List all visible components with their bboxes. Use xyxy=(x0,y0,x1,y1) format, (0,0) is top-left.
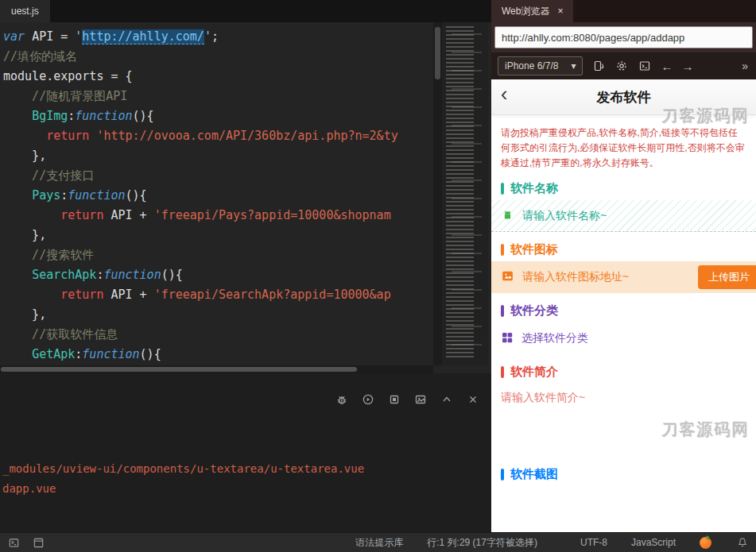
code-area[interactable]: var API = 'http://ahlly.com/';//填你的域名mod… xyxy=(3,27,433,369)
mobile-preview: ‹ 发布软件 刀客源码网 刀客源码网 请勿投稿严重侵权产品,软件名称,简介,链接… xyxy=(491,79,756,532)
nav-back-button[interactable]: ‹ xyxy=(501,83,507,106)
section-label: 软件截图 xyxy=(510,467,558,482)
code-line[interactable]: SearchApk:function(){ xyxy=(3,265,433,285)
section-title-category: 软件分类 xyxy=(491,303,756,318)
category-picker[interactable]: 选择软件分类 xyxy=(491,322,756,354)
orange-logo-icon[interactable] xyxy=(700,537,711,549)
console-window-icon[interactable] xyxy=(638,59,652,73)
editor-pane: uest.js var API = 'http://ahlly.com/';//… xyxy=(0,0,491,532)
code-line[interactable]: return API + 'freeapi/SearchApk?appid=10… xyxy=(3,285,433,305)
ide-window: uest.js var API = 'http://ahlly.com/';//… xyxy=(0,0,756,552)
section-bar xyxy=(501,366,504,378)
encoding-status[interactable]: UTF-8 xyxy=(580,537,607,548)
overflow-menu-icon[interactable]: » xyxy=(742,60,750,72)
scrollbar-thumb[interactable] xyxy=(435,27,440,79)
category-placeholder: 选择软件分类 xyxy=(521,331,588,345)
browser-tabbar: Web浏览器 × xyxy=(491,0,756,22)
icon-url-input[interactable]: 请输入软件图标地址~ 上传图片 xyxy=(491,261,756,293)
forward-arrow-icon[interactable]: → xyxy=(681,60,693,73)
debug-icon[interactable] xyxy=(335,392,349,407)
editor-tabbar: uest.js xyxy=(0,0,491,22)
chevron-down-icon: ▾ xyxy=(571,60,576,71)
language-mode-status[interactable]: JavaScript xyxy=(631,537,676,548)
section-title-screenshot: 软件截图 xyxy=(491,467,756,482)
run-icon[interactable] xyxy=(361,392,375,407)
url-input[interactable] xyxy=(494,26,753,48)
code-line[interactable]: module.exports = { xyxy=(3,67,433,87)
panel-layout-icon[interactable] xyxy=(32,536,45,550)
cursor-position-status[interactable]: 行:1 列:29 (17字符被选择) xyxy=(427,536,537,550)
intro-textarea[interactable]: 请输入软件简介~ xyxy=(491,384,756,457)
browser-devicebar: iPhone 6/7/8 ▾ ← → » xyxy=(491,52,756,79)
code-line[interactable]: //随机背景图API xyxy=(3,87,433,106)
app-name-input[interactable]: 请输入软件名称~ xyxy=(491,200,756,232)
code-line[interactable]: GetApk:function(){ xyxy=(3,345,433,365)
browser-pane: Web浏览器 × iPhone 6/7/8 ▾ ← → » xyxy=(491,0,756,532)
grid-icon xyxy=(501,331,514,346)
warning-text: 请勿投稿严重侵权产品,软件名称,简介,链接等不得包括任何形式的引流行为,必须保证… xyxy=(501,125,746,171)
device-selector[interactable]: iPhone 6/7/8 ▾ xyxy=(498,56,583,75)
section-label: 软件分类 xyxy=(510,303,558,318)
minimap[interactable] xyxy=(442,22,488,365)
section-label: 软件简介 xyxy=(510,365,558,380)
syntax-library-status[interactable]: 语法提示库 xyxy=(355,536,403,550)
screenshot-icon[interactable] xyxy=(413,392,428,407)
upload-image-button[interactable]: 上传图片 xyxy=(698,265,756,289)
page-title: 发布软件 xyxy=(597,88,651,106)
code-line[interactable]: //获取软件信息 xyxy=(3,325,433,345)
gear-icon[interactable] xyxy=(614,59,629,73)
section-title-name: 软件名称 xyxy=(491,181,756,196)
code-line[interactable]: }, xyxy=(3,226,433,245)
close-icon[interactable]: × xyxy=(557,6,563,17)
tab-request-js[interactable]: uest.js xyxy=(0,0,50,22)
section-bar xyxy=(501,305,504,317)
horizontal-scrollbar[interactable] xyxy=(0,365,433,373)
bell-icon[interactable] xyxy=(735,536,749,550)
tab-label: Web浏览器 xyxy=(502,5,549,18)
code-line[interactable]: var API = 'http://ahlly.com/'; xyxy=(3,27,433,47)
tab-web-browser[interactable]: Web浏览器 × xyxy=(491,0,573,22)
console-output[interactable]: _modules/uview-ui/components/u-textarea/… xyxy=(0,413,491,532)
code-line[interactable]: }, xyxy=(3,146,433,166)
image-icon xyxy=(501,269,514,285)
rotate-device-icon[interactable] xyxy=(591,59,606,73)
name-placeholder: 请输入软件名称~ xyxy=(522,209,607,223)
section-bar xyxy=(501,244,504,256)
code-line[interactable]: //支付接口 xyxy=(3,166,433,186)
android-icon xyxy=(501,208,514,224)
terminal-icon[interactable] xyxy=(7,536,21,550)
code-line[interactable]: BgImg:function(){ xyxy=(3,106,433,126)
code-editor[interactable]: var API = 'http://ahlly.com/';//填你的域名mod… xyxy=(0,22,491,373)
close-panel-icon[interactable] xyxy=(466,392,480,407)
browser-urlbar xyxy=(491,22,756,52)
section-title-intro: 软件简介 xyxy=(491,365,756,380)
code-line[interactable]: return 'http://ovooa.com/API/360bz/api.p… xyxy=(3,126,433,146)
console-file-link[interactable]: dapp.vue xyxy=(2,479,491,499)
section-bar xyxy=(501,469,504,481)
back-arrow-icon[interactable]: ← xyxy=(661,60,673,73)
code-line[interactable]: //搜索软件 xyxy=(3,245,433,265)
status-bar: 语法提示库 行:1 列:29 (17字符被选择) UTF-8 JavaScrip… xyxy=(0,532,756,552)
section-label: 软件图标 xyxy=(510,242,558,257)
stop-icon[interactable] xyxy=(387,392,401,407)
intro-placeholder: 请输入软件简介~ xyxy=(501,391,585,403)
code-line[interactable]: }, xyxy=(3,305,433,325)
section-label: 软件名称 xyxy=(510,181,558,196)
code-line[interactable]: //填你的域名 xyxy=(3,47,433,67)
section-bar xyxy=(501,183,504,195)
console-toolbar xyxy=(0,388,491,411)
code-line[interactable]: Pays:function(){ xyxy=(3,186,433,206)
section-title-icon: 软件图标 xyxy=(491,242,756,257)
code-line[interactable]: return API + 'freeapi/Pays?appid=10000&s… xyxy=(3,206,433,226)
icon-placeholder: 请输入软件图标地址~ xyxy=(522,270,629,284)
device-label: iPhone 6/7/8 xyxy=(505,60,558,71)
vertical-scrollbar[interactable] xyxy=(433,22,442,365)
page-navbar: ‹ 发布软件 xyxy=(491,79,756,115)
tab-label: uest.js xyxy=(11,6,39,17)
collapse-panel-icon[interactable] xyxy=(440,392,454,407)
scrollbar-thumb[interactable] xyxy=(1,367,357,372)
console-file-link[interactable]: _modules/uview-ui/components/u-textarea/… xyxy=(2,459,491,479)
status-items: 语法提示库 行:1 列:29 (17字符被选择) UTF-8 JavaScrip… xyxy=(355,536,749,550)
